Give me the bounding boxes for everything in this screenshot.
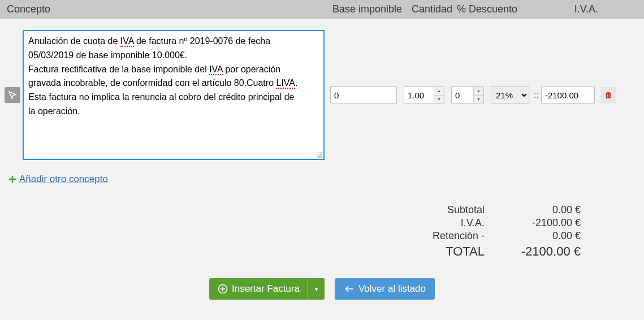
subtotal-value: 0.00 € <box>502 204 581 216</box>
trash-icon <box>604 90 613 100</box>
stepper-down-icon[interactable]: ▼ <box>474 96 483 103</box>
delete-button[interactable] <box>600 87 616 103</box>
header-base: Base imponible <box>332 3 412 15</box>
add-concept-label: Añadir otro concepto <box>19 174 108 185</box>
table-header: Concepto Base imponible Cantidad % Descu… <box>0 0 644 19</box>
cursor-icon <box>7 90 18 100</box>
quantity-stepper[interactable]: ▲ ▼ <box>434 87 444 103</box>
insert-invoice-split[interactable]: ▼ <box>308 278 325 300</box>
add-concept-link[interactable]: Añadir otro concepto <box>8 174 108 185</box>
actions-bar: Insertar Factura ▼ Volver al listado <box>0 278 644 305</box>
arrow-left-icon <box>344 283 355 295</box>
discount-stepper[interactable]: ▲ ▼ <box>473 87 483 103</box>
iva-label: I.V.A. <box>461 217 485 229</box>
insert-invoice-label: Insertar Factura <box>232 283 300 295</box>
chevron-down-icon: ▼ <box>314 286 319 292</box>
retencion-value: 0.00 € <box>502 230 581 242</box>
line-item-row: Anulación de cuota de IVA de factura nº … <box>0 30 644 160</box>
drag-handle[interactable] <box>5 87 20 103</box>
resize-grip-icon[interactable] <box>317 152 322 158</box>
subtotal-label: Subtotal <box>447 204 485 216</box>
plus-icon <box>8 175 17 184</box>
header-cantidad: Cantidad <box>412 3 457 15</box>
iva-separator: :: <box>534 90 539 100</box>
base-input[interactable] <box>330 87 397 103</box>
header-concepto: Concepto <box>5 3 332 15</box>
concept-textarea[interactable]: Anulación de cuota de IVA de factura nº … <box>23 30 325 160</box>
header-descuento: % Descuento <box>457 3 530 15</box>
stepper-up-icon[interactable]: ▲ <box>434 87 444 96</box>
totals-panel: Subtotal 0.00 € I.V.A. -2100.00 € Retenc… <box>0 204 644 259</box>
iva-value: -2100.00 € <box>502 217 581 229</box>
stepper-down-icon[interactable]: ▼ <box>434 96 444 103</box>
total-value: -2100.00 € <box>502 244 581 259</box>
total-label: TOTAL <box>446 244 485 259</box>
insert-invoice-button[interactable]: Insertar Factura ▼ <box>209 278 325 300</box>
concept-text: Anulación de cuota de IVA de factura nº … <box>28 34 319 119</box>
back-to-list-button[interactable]: Volver al listado <box>335 278 435 300</box>
retencion-label: Retención - <box>433 230 485 242</box>
plus-circle-icon <box>217 283 228 295</box>
header-iva: I.V.A. <box>530 3 598 15</box>
back-to-list-label: Volver al listado <box>358 283 426 295</box>
iva-select[interactable]: 21% <box>491 87 529 103</box>
stepper-up-icon[interactable]: ▲ <box>474 87 483 96</box>
iva-amount-input[interactable] <box>541 87 595 103</box>
